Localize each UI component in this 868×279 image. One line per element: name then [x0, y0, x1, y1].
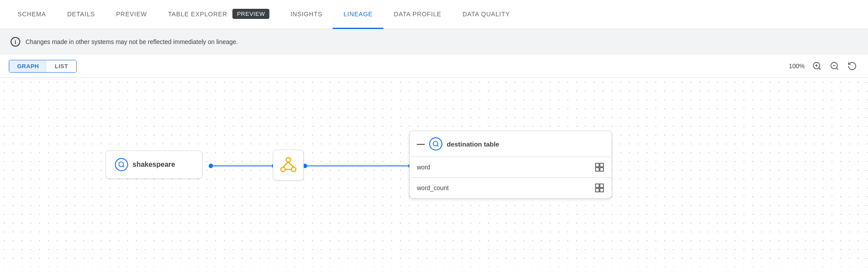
zoom-reset-button[interactable] [845, 59, 859, 73]
svg-rect-28 [600, 188, 603, 192]
info-message: Changes made in other systems may not be… [26, 38, 238, 45]
svg-point-19 [433, 141, 438, 146]
destination-field-word-count-icon [595, 183, 604, 193]
transform-icon [280, 156, 297, 174]
destination-dash: — [417, 140, 425, 149]
zoom-in-button[interactable] [810, 59, 824, 73]
svg-point-15 [291, 167, 296, 172]
tab-lineage[interactable]: LINEAGE [333, 0, 383, 29]
destination-row-word[interactable]: word [410, 157, 611, 178]
destination-field-word-count: word_count [417, 184, 449, 191]
tab-table-explorer[interactable]: TABLE EXPLORER PREVIEW [158, 0, 280, 29]
svg-rect-22 [600, 163, 603, 167]
svg-rect-24 [600, 168, 603, 171]
info-icon: i [11, 37, 20, 47]
svg-rect-26 [600, 184, 603, 187]
zoom-controls: 100% [789, 59, 859, 73]
connector-dot-source [209, 164, 213, 168]
svg-line-1 [819, 68, 820, 70]
tab-details[interactable]: DETAILS [57, 0, 106, 29]
source-node-label: shakespeare [132, 161, 175, 169]
source-node-icon [115, 158, 128, 171]
destination-node-header: — destination table [410, 131, 611, 157]
source-node[interactable]: shakespeare [106, 151, 202, 179]
tab-table-explorer-label: TABLE EXPLORER [158, 0, 233, 29]
destination-field-word: word [417, 164, 430, 171]
info-banner: i Changes made in other systems may not … [0, 29, 868, 55]
svg-point-13 [286, 158, 291, 162]
view-toggle-group: GRAPH LIST [9, 60, 77, 73]
svg-rect-27 [596, 188, 599, 192]
zoom-out-button[interactable] [828, 59, 842, 73]
tab-preview[interactable]: PREVIEW [106, 0, 158, 29]
tab-insights[interactable]: INSIGHTS [280, 0, 333, 29]
svg-rect-25 [596, 184, 599, 187]
svg-line-5 [836, 68, 838, 70]
destination-row-word-count[interactable]: word_count [410, 178, 611, 198]
zoom-level-display: 100% [789, 62, 805, 70]
graph-toggle-button[interactable]: GRAPH [9, 60, 47, 72]
svg-rect-23 [596, 168, 599, 171]
lineage-canvas[interactable]: shakespeare — destination table wo [0, 78, 868, 267]
tab-schema[interactable]: SCHEMA [7, 0, 57, 29]
tab-table-explorer-badge: PREVIEW [232, 9, 269, 19]
tab-data-quality[interactable]: DATA QUALITY [452, 0, 521, 29]
svg-line-17 [288, 162, 294, 167]
list-toggle-button[interactable]: LIST [47, 60, 76, 72]
svg-line-20 [437, 145, 438, 147]
transform-node[interactable] [273, 150, 304, 180]
svg-line-12 [123, 166, 124, 167]
svg-point-11 [119, 162, 124, 167]
svg-line-16 [283, 162, 288, 167]
tab-data-profile[interactable]: DATA PROFILE [383, 0, 452, 29]
view-toolbar: GRAPH LIST 100% [0, 55, 868, 78]
tab-bar: SCHEMA DETAILS PREVIEW TABLE EXPLORER PR… [0, 0, 868, 29]
svg-rect-21 [596, 163, 599, 167]
destination-node-title: destination table [447, 140, 499, 148]
destination-field-word-icon [595, 162, 604, 172]
destination-node[interactable]: — destination table word word_count [409, 131, 612, 198]
svg-point-14 [281, 167, 285, 172]
destination-node-icon [429, 137, 442, 151]
